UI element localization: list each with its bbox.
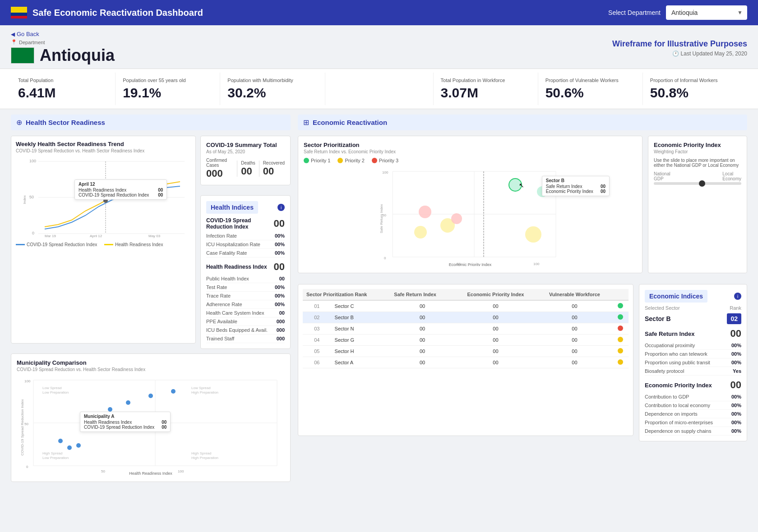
clock-icon: 🕐 <box>672 50 679 57</box>
readiness-index-row: PPE Available000 <box>206 317 285 326</box>
municipality-chart-title: Municipality Comparison <box>17 359 285 366</box>
table-row[interactable]: 02 Sector B 00 00 00 <box>303 312 629 323</box>
sector-name-rank: Sector B 02 <box>645 313 741 324</box>
recovered-stat: Recovered 00 <box>263 161 285 177</box>
recovered-label: Recovered <box>263 161 285 165</box>
dept-select-wrapper[interactable]: Antioquia ▼ <box>666 5 747 20</box>
svg-text:100: 100 <box>178 469 184 473</box>
municipality-callout: Municipality A Health Readiness Index 00… <box>80 412 171 432</box>
sector-callout: Sector B Safe Return Index 00 Economic P… <box>542 176 610 196</box>
sector-name-cell: Sector A <box>331 357 391 368</box>
rank-cell: 03 <box>303 323 331 335</box>
eco-indices-header: Economic Indices i <box>645 290 741 303</box>
safe-return-cell: 00 <box>390 346 454 357</box>
stat-gap <box>325 73 434 105</box>
right-of-left: COVID-19 Summary Total As of May 25, 202… <box>200 136 291 349</box>
economic-icon: ⊞ <box>303 118 309 127</box>
eco-info-icon[interactable]: i <box>734 293 741 300</box>
stat-label: Total Population <box>18 77 108 83</box>
priority1-dot-icon <box>304 158 309 163</box>
svg-text:Low Preparation: Low Preparation <box>42 390 69 394</box>
slider-right-label: LocalEconomy <box>722 171 741 181</box>
weekly-chart-callout: April 12 Health Readiness Index 00 COVID… <box>74 179 167 200</box>
sector-name-cell: Sector B <box>331 312 391 323</box>
colombia-flag <box>11 7 27 18</box>
rank-label: Rank <box>730 305 741 311</box>
spread-reduction-row: COVID-19 Spread Reduction Index 00 <box>206 217 285 230</box>
svg-point-61 <box>525 226 541 243</box>
eco-sub-row: Dependence on imports00% <box>645 410 741 418</box>
table-header-row: Sector Prioritization Rank Safe Return I… <box>303 289 629 300</box>
weekly-chart-subtitle: COVID-19 Spread Reduction vs. Health Sec… <box>16 148 191 153</box>
safe-return-cell: 00 <box>390 357 454 368</box>
sector-safe-value: 00 <box>601 184 605 189</box>
svg-text:50: 50 <box>29 195 34 199</box>
municipality-chart-card: Municipality Comparison COVID-19 Spread … <box>11 353 291 482</box>
readiness-row: Health Readiness Index 00 <box>206 261 285 273</box>
sector-eco-value: 00 <box>601 189 605 194</box>
priority1-label: Priority 1 <box>311 158 330 163</box>
table-row[interactable]: 06 Sector A 00 00 00 <box>303 357 629 368</box>
th-safe-return: Safe Return Index <box>390 289 454 300</box>
last-updated: 🕐 Last Updated May 25, 2020 <box>612 50 747 57</box>
stat-value: 50.6% <box>545 85 635 101</box>
epi-subtitle: Weighting Factor <box>654 149 741 154</box>
select-dept-label: Select Department <box>608 9 661 16</box>
slider-left-label: NationalGDP <box>654 171 670 181</box>
dept-flag <box>11 47 34 64</box>
readiness-index-row: Test Rate00% <box>206 283 285 292</box>
spread-rows: Infection Rate00%ICU Hospitalization Rat… <box>206 232 285 257</box>
covid-summary-card: COVID-19 Summary Total As of May 25, 202… <box>200 136 291 185</box>
main-sections: ⊕ Health Sector Readiness Weekly Health … <box>0 109 758 493</box>
slider-thumb[interactable] <box>699 180 705 187</box>
covid-summary-title: COVID-19 Summary Total <box>206 142 285 148</box>
economic-section-title: Economic Reactivation <box>313 119 387 126</box>
yellow-line-icon <box>104 244 113 245</box>
stat-value: 19.1% <box>123 85 213 101</box>
pin-icon: 📍 <box>11 39 17 45</box>
health-section-header: ⊕ Health Sector Readiness <box>11 115 291 130</box>
svg-text:50: 50 <box>101 469 105 473</box>
weekly-chart-card: Weekly Health Sector Readiness Trend COV… <box>11 136 196 344</box>
readiness-rows: Public Health Index00Test Rate00%Trace R… <box>206 275 285 343</box>
sector-chart-subtitle: Safe Return Index vs. Economic Priority … <box>304 149 637 154</box>
eco-sub-row: Dependence on supply chains00% <box>645 427 741 436</box>
legend-health: Health Readiness Index <box>104 242 163 247</box>
deaths-value: 00 <box>241 165 255 177</box>
slider-track[interactable] <box>654 182 741 185</box>
svg-point-40 <box>76 443 81 448</box>
safe-return-label: Safe Return Index <box>645 330 695 337</box>
readiness-index-row: ICU Beds Equipped & Avail.000 <box>206 326 285 335</box>
flag-red-stripe <box>11 16 27 19</box>
confirmed-stat: Confirmed Cases 000 <box>206 158 233 179</box>
sector-chart-title: Sector Prioritization <box>304 142 637 148</box>
health-indices-title: Health Indices <box>206 201 258 214</box>
callout-date: April 12 <box>79 182 163 187</box>
eco-priority-sub-rows: Contribution to GDP00%Contribution to lo… <box>645 393 741 436</box>
priority3-dot-icon <box>372 158 377 163</box>
dept-select[interactable]: Antioquia <box>666 5 747 20</box>
th-sector-rank: Sector Prioritization Rank <box>303 289 390 300</box>
svg-text:100: 100 <box>29 159 36 163</box>
table-row[interactable]: 01 Sector C 00 00 00 <box>303 300 629 312</box>
vulnerable-cell: 00 <box>537 346 612 357</box>
table-row[interactable]: 05 Sector H 00 00 00 <box>303 346 629 357</box>
table-row[interactable]: 03 Sector N 00 00 00 <box>303 323 629 335</box>
svg-text:Low Spread: Low Spread <box>42 386 62 390</box>
stat-label: Proportion of Informal Workers <box>650 77 740 83</box>
wireframe-title: Wireframe for Illustrative Purposes <box>612 39 747 49</box>
status-dot-icon <box>618 348 623 353</box>
epi-title: Economic Priority Index <box>654 142 741 148</box>
priority2-label: Priority 2 <box>345 158 364 163</box>
health-indices-header: Health Indices i <box>206 201 285 214</box>
info-icon[interactable]: i <box>277 204 285 211</box>
safe-return-sub-row: Biosafety protocolYes <box>645 367 741 376</box>
sector-name-cell: Sector H <box>331 346 391 357</box>
svg-point-63 <box>451 213 462 224</box>
readiness-index-row: Trace Rate00% <box>206 292 285 300</box>
table-row[interactable]: 04 Sector G 00 00 00 <box>303 335 629 346</box>
sector-name-cell: Sector C <box>331 300 391 312</box>
go-back-button[interactable]: ◀ Go Back <box>0 25 758 39</box>
dot-cell <box>612 335 629 346</box>
readiness-index-row: Public Health Index00 <box>206 275 285 283</box>
